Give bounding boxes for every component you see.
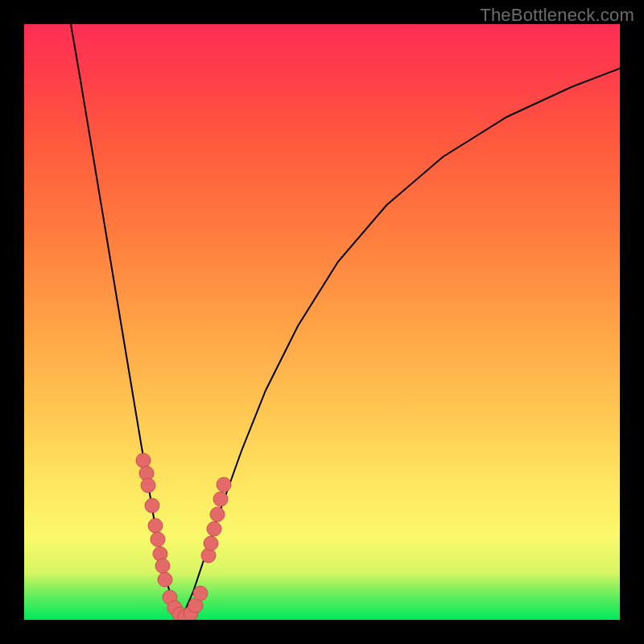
dot-cluster-left (136, 453, 151, 468)
chart-frame: TheBottleneck.com (0, 0, 644, 644)
watermark-text: TheBottleneck.com (480, 5, 634, 26)
dot-cluster-left (151, 532, 165, 547)
dot-cluster-right (210, 507, 225, 522)
dot-cluster-left (141, 478, 155, 493)
dot-cluster-right (204, 536, 218, 551)
dot-cluster-left (158, 572, 172, 587)
dot-cluster-left (145, 498, 159, 513)
dot-cluster-left (155, 559, 170, 573)
curve-left-branch (71, 24, 181, 617)
plot-area (24, 24, 620, 620)
dot-cluster-left (148, 518, 163, 533)
dot-cluster-right (213, 492, 228, 506)
dot-cluster-right (207, 522, 221, 536)
dot-cluster-right (217, 477, 231, 492)
dot-cluster-valley (193, 586, 208, 601)
curve-layer (24, 24, 620, 620)
curve-right-branch (182, 68, 620, 617)
